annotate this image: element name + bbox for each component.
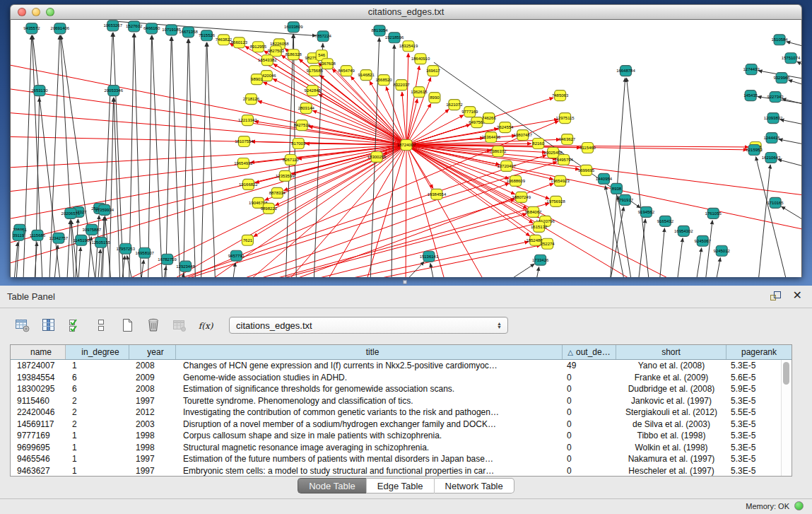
network-window-titlebar[interactable]: citations_edges.txt bbox=[10, 4, 802, 20]
table-row[interactable]: 1938455462009Genome-wide association stu… bbox=[11, 372, 792, 384]
zoom-window-button[interactable] bbox=[46, 8, 54, 16]
select-columns-icon[interactable] bbox=[66, 317, 83, 334]
graph-node[interactable]: 1115686 bbox=[30, 230, 46, 240]
graph-edge[interactable] bbox=[148, 35, 152, 277]
table-cell[interactable]: Yano et al. (2008) bbox=[616, 361, 726, 370]
graph-node[interactable]: 9227343 bbox=[767, 92, 784, 103]
table-cell[interactable]: Tourette syndrome. Phenomenology and cla… bbox=[176, 396, 563, 406]
graph-edge[interactable] bbox=[779, 139, 801, 146]
graph-node[interactable]: 9115460 bbox=[579, 143, 596, 153]
graph-edge[interactable] bbox=[782, 206, 801, 225]
table-cell[interactable]: 1997 bbox=[129, 466, 176, 476]
graph-edge[interactable] bbox=[508, 264, 535, 277]
column-header-short[interactable]: short bbox=[616, 345, 726, 359]
graph-edge[interactable] bbox=[758, 165, 770, 277]
graph-edge[interactable] bbox=[789, 80, 801, 87]
table-cell[interactable]: 2 bbox=[66, 419, 129, 429]
graph-node[interactable]: 8813054 bbox=[371, 25, 388, 36]
graph-node[interactable]: 12093832 bbox=[764, 113, 783, 124]
table-cell[interactable]: Estimation of the future numbers of pati… bbox=[176, 454, 563, 464]
table-cell[interactable]: 1 bbox=[66, 443, 129, 452]
memory-status-indicator[interactable] bbox=[794, 501, 804, 510]
graph-edge[interactable] bbox=[98, 250, 100, 277]
table-cell[interactable]: 1 bbox=[66, 454, 129, 464]
table-cell[interactable]: Embryonic stem cells: a model to study s… bbox=[176, 466, 563, 476]
graph-node[interactable]: 7857224 bbox=[315, 31, 332, 42]
graph-node[interactable]: 7485063 bbox=[552, 90, 569, 101]
table-cell[interactable]: 9699695 bbox=[11, 443, 66, 452]
graph-node[interactable]: 9245012 bbox=[714, 245, 731, 256]
table-cell[interactable]: 0 bbox=[563, 407, 616, 417]
graph-edge[interactable] bbox=[696, 248, 701, 277]
graph-edge[interactable] bbox=[406, 145, 406, 277]
graph-edge[interactable] bbox=[618, 196, 631, 277]
graph-node[interactable]: 9777169 bbox=[461, 107, 478, 117]
table-cell[interactable]: Estimation of significance thresholds fo… bbox=[176, 384, 563, 394]
graph-node[interactable]: 2718126 bbox=[243, 94, 260, 105]
table-cell[interactable]: 0 bbox=[563, 384, 616, 394]
graph-node[interactable]: 82160 bbox=[532, 139, 544, 149]
graph-edge[interactable] bbox=[677, 238, 683, 277]
graph-edge[interactable] bbox=[778, 160, 801, 168]
graph-node[interactable]: 8427512 bbox=[294, 120, 311, 131]
table-cell[interactable]: 0 bbox=[563, 373, 616, 382]
table-cell[interactable]: 0 bbox=[563, 466, 616, 476]
graph-edge[interactable] bbox=[406, 99, 418, 145]
graph-edge[interactable] bbox=[189, 39, 196, 277]
table-cell[interactable]: Franke et al. (2009) bbox=[616, 373, 726, 382]
table-cell[interactable]: Disruption of a novel member of a sodium… bbox=[176, 419, 563, 429]
graph-node[interactable]: 1145190 bbox=[73, 235, 89, 245]
table-cell[interactable]: 0 bbox=[563, 443, 616, 452]
table-cell[interactable]: Nakamura et al. (1997) bbox=[616, 454, 726, 464]
table-row[interactable]: 1830029562008Estimation of significance … bbox=[11, 383, 792, 395]
table-cell[interactable]: de Silva et al. (2003) bbox=[616, 419, 726, 429]
graph-edge[interactable] bbox=[78, 247, 81, 277]
table-cell[interactable]: Structural magnetic resonance image aver… bbox=[176, 443, 563, 452]
table-row[interactable]: 911546021997Tourette syndrome. Phenomeno… bbox=[11, 395, 792, 407]
graph-edge[interactable] bbox=[166, 37, 172, 277]
table-cell[interactable]: 9463627 bbox=[11, 466, 66, 476]
graph-node[interactable]: 12975115 bbox=[556, 113, 575, 124]
graph-node[interactable]: 16648784 bbox=[616, 66, 635, 76]
float-panel-icon[interactable] bbox=[770, 291, 782, 302]
column-header-title[interactable]: title bbox=[176, 345, 563, 359]
graph-node[interactable]: 1274433 bbox=[743, 64, 760, 75]
table-row[interactable]: 2242004622012Investigating the contribut… bbox=[11, 407, 792, 419]
graph-node[interactable]: 9194562 bbox=[638, 206, 655, 217]
graph-node[interactable]: 16033809 bbox=[284, 22, 303, 33]
graph-edge[interactable] bbox=[780, 119, 801, 126]
table-cell[interactable]: 0 bbox=[563, 454, 616, 464]
table-cell[interactable]: 1 bbox=[66, 466, 129, 476]
graph-node[interactable]: 8454749 bbox=[339, 66, 355, 76]
table-cell[interactable]: 9465546 bbox=[11, 454, 66, 464]
table-cell[interactable]: 0 bbox=[563, 396, 616, 406]
table-cell[interactable]: 2008 bbox=[129, 384, 176, 394]
table-cell[interactable]: 1997 bbox=[129, 396, 176, 406]
graph-node[interactable]: 98901 bbox=[251, 74, 263, 85]
graph-edge[interactable] bbox=[184, 39, 189, 277]
graph-node[interactable]: 746266 bbox=[482, 113, 497, 124]
new-table-icon[interactable] bbox=[119, 317, 136, 334]
graph-node[interactable]: 9165432 bbox=[657, 216, 674, 226]
table-row[interactable]: 969969511998Structural magnetic resonanc… bbox=[11, 442, 792, 454]
graph-edge[interactable] bbox=[705, 221, 712, 277]
graph-edge[interactable] bbox=[536, 267, 539, 277]
graph-node[interactable]: 12353599 bbox=[276, 170, 295, 181]
table-row[interactable]: 946362711997Embryonic stem cells: a mode… bbox=[11, 465, 792, 477]
table-cell[interactable]: 2 bbox=[66, 396, 129, 406]
table-cell[interactable]: Genome-wide association studies in ADHD. bbox=[176, 373, 563, 382]
graph-node[interactable]: 9146821 bbox=[358, 70, 375, 81]
table-cell[interactable]: 22420046 bbox=[11, 407, 66, 417]
graph-node[interactable]: 9463627 bbox=[559, 134, 576, 145]
graph-node[interactable]: 19654932 bbox=[234, 158, 253, 168]
graph-node[interactable]: 169617 bbox=[426, 66, 441, 76]
table-settings-icon[interactable] bbox=[14, 317, 31, 334]
delete-table-icon[interactable] bbox=[145, 317, 162, 334]
split-pane-handle[interactable] bbox=[400, 280, 410, 285]
graph-edge[interactable] bbox=[207, 42, 216, 277]
table-cell[interactable]: 19384554 bbox=[11, 373, 66, 382]
graph-node[interactable]: 20053346 bbox=[104, 86, 123, 96]
table-cell[interactable]: 18724007 bbox=[11, 361, 66, 370]
graph-edge[interactable] bbox=[406, 53, 408, 145]
close-window-button[interactable] bbox=[18, 8, 26, 16]
